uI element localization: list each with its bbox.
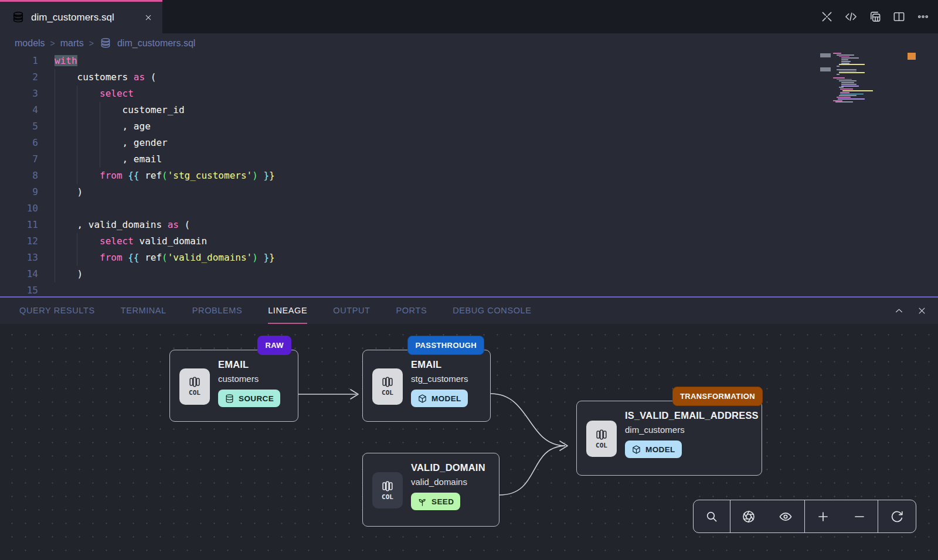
code-line[interactable]: 8 from {{ ref('stg_customers') }} xyxy=(0,168,818,184)
line-number[interactable]: 8 xyxy=(0,168,38,184)
line-number[interactable]: 7 xyxy=(0,151,38,168)
database-icon xyxy=(12,11,25,24)
line-content: , valid_domains as ( xyxy=(38,217,190,233)
copy-table-icon[interactable] xyxy=(868,10,882,23)
line-content: , email xyxy=(38,151,162,168)
database-icon xyxy=(100,37,111,49)
lineage-node-customers[interactable]: RAWCOLEMAILcustomersSOURCE xyxy=(169,350,298,422)
line-content xyxy=(38,200,55,217)
lineage-node-dim_customers[interactable]: TRANSFORMATIONCOLIS_VALID_EMAIL_ADDRESSd… xyxy=(576,401,762,476)
line-number[interactable]: 13 xyxy=(0,250,38,266)
panel-tab-lineage[interactable]: LINEAGE xyxy=(268,298,307,324)
code-icon[interactable] xyxy=(844,10,858,23)
line-number[interactable]: 5 xyxy=(0,118,38,135)
panel-tab-query-results[interactable]: QUERY RESULTS xyxy=(19,298,95,324)
code-line[interactable]: 10 xyxy=(0,200,818,217)
line-number[interactable]: 6 xyxy=(0,135,38,151)
close-icon[interactable] xyxy=(916,305,927,316)
node-type-badge-model: MODEL xyxy=(625,441,682,458)
refresh-icon[interactable] xyxy=(890,510,904,524)
code-line[interactable]: 12 select valid_domain xyxy=(0,233,818,250)
node-tag-badge: PASSTHROUGH xyxy=(407,336,484,355)
node-type-badge-model: MODEL xyxy=(411,390,468,407)
toolbar-group xyxy=(730,500,804,532)
node-title: VALID_DOMAIN xyxy=(411,462,494,473)
line-number[interactable]: 3 xyxy=(0,86,38,102)
line-content: customers as ( xyxy=(38,69,156,86)
more-icon[interactable] xyxy=(916,10,930,23)
lineage-toolbar xyxy=(693,500,916,533)
code-line[interactable]: 14 ) xyxy=(0,266,818,282)
lineage-node-valid_domains[interactable]: COLVALID_DOMAINvalid_domainsSEED xyxy=(362,453,499,527)
chevron-up-icon[interactable] xyxy=(893,305,905,316)
minimap[interactable] xyxy=(833,53,899,103)
line-number[interactable]: 4 xyxy=(0,102,38,118)
line-content xyxy=(38,282,55,296)
breadcrumb-file[interactable]: dim_customers.sql xyxy=(117,38,195,49)
line-number[interactable]: 9 xyxy=(0,184,38,200)
line-content: from {{ ref('valid_domains') }} xyxy=(38,250,275,266)
panel-tab-debug-console[interactable]: DEBUG CONSOLE xyxy=(453,298,531,324)
code-line[interactable]: 3 select xyxy=(0,86,818,102)
panel-tab-terminal[interactable]: TERMINAL xyxy=(121,298,166,324)
lineage-node-stg_customers[interactable]: PASSTHROUGHCOLEMAILstg_customersMODEL xyxy=(362,350,491,422)
dbt-icon[interactable] xyxy=(820,10,834,23)
search-icon[interactable] xyxy=(705,510,719,524)
panel-tab-output[interactable]: OUTPUT xyxy=(333,298,370,324)
minimap-selection-bar xyxy=(820,67,831,71)
node-title: EMAIL xyxy=(411,359,485,370)
code-line[interactable]: 13 from {{ ref('valid_domains') }} xyxy=(0,250,818,266)
split-editor-icon[interactable] xyxy=(892,10,906,23)
node-type-badge-source: SOURCE xyxy=(218,390,280,407)
zoom-in-icon[interactable] xyxy=(816,510,830,524)
minimap-selection-bar xyxy=(820,53,831,57)
code-line[interactable]: 4 customer_id xyxy=(0,102,818,118)
code-editor[interactable]: 1with2 customers as (3 select4 customer_… xyxy=(0,53,938,296)
aperture-icon[interactable] xyxy=(742,510,756,524)
breadcrumb-models[interactable]: models xyxy=(15,38,45,49)
code-line[interactable]: 6 , gender xyxy=(0,135,818,151)
line-number[interactable]: 10 xyxy=(0,200,38,217)
line-number[interactable]: 2 xyxy=(0,69,38,86)
panel-tab-bar: QUERY RESULTSTERMINALPROBLEMSLINEAGEOUTP… xyxy=(0,298,938,324)
line-content: customer_id xyxy=(38,102,185,118)
tab-label: dim_customers.sql xyxy=(31,12,114,23)
code-line[interactable]: 11 , valid_domains as ( xyxy=(0,217,818,233)
line-content: with xyxy=(38,53,77,69)
toolbar-group xyxy=(804,500,878,532)
line-number[interactable]: 14 xyxy=(0,266,38,282)
node-title: IS_VALID_EMAIL_ADDRESS xyxy=(625,410,757,421)
line-number[interactable]: 1 xyxy=(0,53,38,69)
line-number[interactable]: 11 xyxy=(0,217,38,233)
code-line[interactable]: 5 , age xyxy=(0,118,818,135)
node-tag-badge: RAW xyxy=(257,336,291,355)
eye-icon[interactable] xyxy=(779,510,793,524)
panel-tab-ports[interactable]: PORTS xyxy=(396,298,427,324)
node-subtitle: dim_customers xyxy=(625,425,757,435)
close-tab-icon[interactable] xyxy=(144,13,153,22)
code-line[interactable]: 2 customers as ( xyxy=(0,69,818,86)
line-number[interactable]: 12 xyxy=(0,233,38,250)
node-tag-badge: TRANSFORMATION xyxy=(672,387,763,406)
column-chip: COL xyxy=(586,421,617,457)
breadcrumb-separator: > xyxy=(89,39,94,48)
line-content: ) xyxy=(38,266,83,282)
code-line[interactable]: 7 , email xyxy=(0,151,818,168)
code-line[interactable]: 1with xyxy=(0,53,818,69)
line-number[interactable]: 15 xyxy=(0,282,38,296)
line-content: select xyxy=(38,86,134,102)
node-type-badge-seed: SEED xyxy=(411,493,460,510)
code-line[interactable]: 15 xyxy=(0,282,818,296)
zoom-out-icon[interactable] xyxy=(852,510,866,524)
toolbar-group xyxy=(694,500,730,532)
editor-actions xyxy=(820,0,930,33)
code-lines[interactable]: 1with2 customers as (3 select4 customer_… xyxy=(0,53,818,296)
breadcrumb-marts[interactable]: marts xyxy=(60,38,84,49)
line-content: ) xyxy=(38,184,83,200)
panel-tab-problems[interactable]: PROBLEMS xyxy=(192,298,242,324)
column-chip: COL xyxy=(372,368,403,405)
code-line[interactable]: 9 ) xyxy=(0,184,818,200)
node-title: EMAIL xyxy=(218,359,293,370)
lineage-canvas[interactable]: RAWCOLEMAILcustomersSOURCEPASSTHROUGHCOL… xyxy=(0,324,938,560)
tab-dim-customers-sql[interactable]: dim_customers.sql xyxy=(0,0,162,33)
